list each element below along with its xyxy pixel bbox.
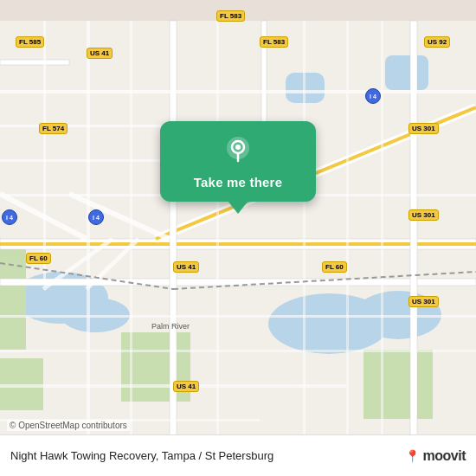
svg-rect-28	[43, 21, 46, 280]
label-us41-bot: US 41	[173, 381, 199, 392]
label-fl583-2: FL 583	[260, 36, 288, 48]
label-fl60-left: FL 60	[26, 253, 51, 264]
label-fl583-top: FL 583	[216, 10, 245, 22]
location-name: Night Hawk Towing Recovery, Tampa / St P…	[10, 449, 405, 462]
svg-rect-10	[363, 350, 433, 419]
palm-river-label: Palm River	[151, 322, 190, 331]
moovit-pin-icon: 📍	[405, 449, 420, 463]
label-us301-bot: US 301	[408, 296, 439, 307]
svg-rect-6	[385, 55, 428, 90]
label-us301-mid: US 301	[408, 209, 439, 221]
label-us41-top: US 41	[87, 48, 113, 59]
svg-point-43	[235, 145, 241, 150]
label-fl60-right: FL 60	[322, 261, 347, 273]
svg-rect-31	[216, 21, 219, 455]
label-fl574: FL 574	[39, 123, 68, 134]
svg-rect-30	[130, 21, 132, 455]
label-i4-right: I 4	[365, 88, 381, 104]
moovit-logo: 📍 moovit	[405, 448, 466, 464]
svg-rect-19	[0, 60, 69, 65]
label-us301-top: US 301	[408, 123, 439, 134]
location-pin-icon	[222, 135, 254, 166]
label-us92: US 92	[424, 36, 450, 48]
svg-rect-25	[0, 350, 476, 352]
map-container: FL 585 US 41 FL 583 FL 583 US 92 FL 574 …	[0, 0, 476, 476]
take-me-there-button[interactable]: Take me there	[194, 175, 282, 190]
map-svg	[0, 0, 476, 476]
svg-rect-34	[381, 21, 383, 455]
label-us41-mid: US 41	[173, 261, 199, 273]
svg-rect-7	[0, 246, 26, 350]
svg-rect-17	[410, 21, 417, 455]
label-i4-left: I 4	[2, 209, 17, 225]
svg-rect-24	[0, 315, 476, 318]
popup-card: Take me there	[160, 121, 316, 202]
moovit-text: moovit	[423, 448, 466, 464]
svg-rect-29	[87, 21, 90, 455]
svg-rect-12	[0, 242, 476, 246]
map-attribution: © OpenStreetMap contributors	[7, 420, 130, 431]
label-i4-mid: I 4	[88, 209, 104, 225]
svg-rect-20	[0, 90, 476, 93]
svg-rect-32	[303, 21, 306, 455]
label-fl585: FL 585	[16, 36, 44, 48]
svg-rect-33	[346, 21, 349, 455]
info-bar: Night Hawk Towing Recovery, Tampa / St P…	[0, 434, 476, 476]
